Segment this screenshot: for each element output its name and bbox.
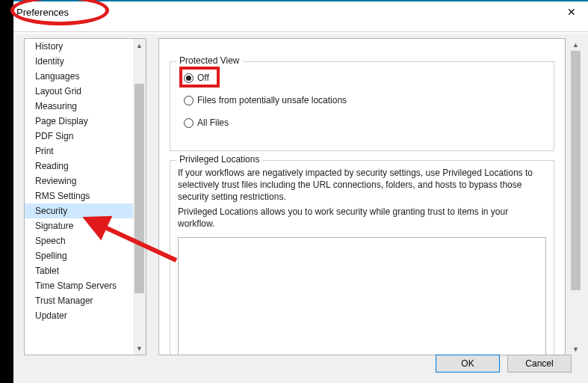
ok-button[interactable]: OK: [436, 355, 500, 373]
category-listbox[interactable]: HistoryIdentityLanguagesLayout GridMeasu…: [24, 38, 146, 355]
sidebar-item-security[interactable]: Security: [25, 203, 133, 218]
sidebar-item-time-stamp-servers[interactable]: Time Stamp Servers: [25, 278, 133, 293]
sidebar-item-page-display[interactable]: Page Display: [25, 114, 133, 129]
body-area: HistoryIdentityLanguagesLayout GridMeasu…: [13, 34, 588, 383]
radio-all-files[interactable]: All Files: [184, 117, 229, 128]
scroll-up-icon[interactable]: ▲: [569, 38, 582, 51]
sidebar-item-history[interactable]: History: [25, 39, 133, 54]
sidebar-item-languages[interactable]: Languages: [25, 69, 133, 84]
radio-off-label: Off: [197, 73, 209, 83]
privileged-locations-group: Privileged Locations If your workflows a…: [170, 160, 554, 355]
sidebar-item-updater[interactable]: Updater: [25, 308, 133, 323]
radio-allfiles-label: All Files: [197, 117, 229, 128]
sidebar-item-reading[interactable]: Reading: [25, 159, 133, 174]
preferences-window: Preferences ✕ HistoryIdentityLanguagesLa…: [13, 0, 588, 383]
privileged-locations-desc2: Privileged Locations allows you to work …: [178, 206, 546, 230]
settings-panel: Protected View Off Files from potentiall…: [158, 38, 566, 355]
radio-unsafe-label: Files from potentially unsafe locations: [197, 95, 347, 105]
cancel-button[interactable]: Cancel: [507, 355, 572, 373]
sidebar-item-trust-manager[interactable]: Trust Manager: [25, 293, 133, 308]
sidebar-item-tablet[interactable]: Tablet: [25, 263, 133, 278]
dialog-footer: OK Cancel: [436, 355, 572, 373]
sidebar-item-identity[interactable]: Identity: [25, 54, 133, 69]
sidebar-item-print[interactable]: Print: [25, 144, 133, 159]
radio-unsafe-locations[interactable]: Files from potentially unsafe locations: [184, 95, 347, 105]
sidebar-item-spelling[interactable]: Spelling: [25, 248, 133, 263]
privileged-locations-legend: Privileged Locations: [176, 154, 262, 165]
privileged-locations-desc1: If your workflows are negatively impacte…: [178, 167, 546, 203]
protected-view-group: Protected View Off Files from potentiall…: [170, 61, 554, 151]
radio-icon[interactable]: [184, 73, 194, 83]
sidebar-item-measuring[interactable]: Measuring: [25, 99, 133, 114]
main-scroll-thumb[interactable]: [571, 51, 581, 290]
radio-off[interactable]: Off: [184, 73, 209, 83]
sidebar-item-pdf-sign[interactable]: PDF Sign: [25, 129, 133, 144]
window-title: Preferences: [16, 7, 69, 18]
protected-view-legend: Protected View: [176, 55, 243, 66]
scroll-down-icon[interactable]: ▼: [569, 343, 582, 355]
scroll-down-icon[interactable]: ▼: [133, 342, 146, 355]
privileged-locations-listbox[interactable]: [178, 237, 546, 355]
radio-icon[interactable]: [184, 118, 194, 128]
scroll-up-icon[interactable]: ▲: [133, 39, 146, 52]
radio-icon[interactable]: [184, 96, 194, 105]
sidebar-item-signature[interactable]: Signature: [25, 218, 133, 233]
sidebar-item-rms-settings[interactable]: RMS Settings: [25, 189, 133, 203]
sidebar-item-speech[interactable]: Speech: [25, 233, 133, 248]
sidebar-item-layout-grid[interactable]: Layout Grid: [25, 84, 133, 99]
titlebar: Preferences ✕: [13, 1, 588, 22]
close-icon[interactable]: ✕: [561, 3, 582, 21]
main-scrollbar[interactable]: ▲ ▼: [569, 38, 582, 355]
sidebar-item-reviewing[interactable]: Reviewing: [25, 174, 133, 189]
sidebar-scroll-thumb[interactable]: [134, 84, 144, 293]
titlebar-divider: [13, 31, 588, 32]
sidebar-scrollbar[interactable]: ▲ ▼: [133, 39, 146, 355]
